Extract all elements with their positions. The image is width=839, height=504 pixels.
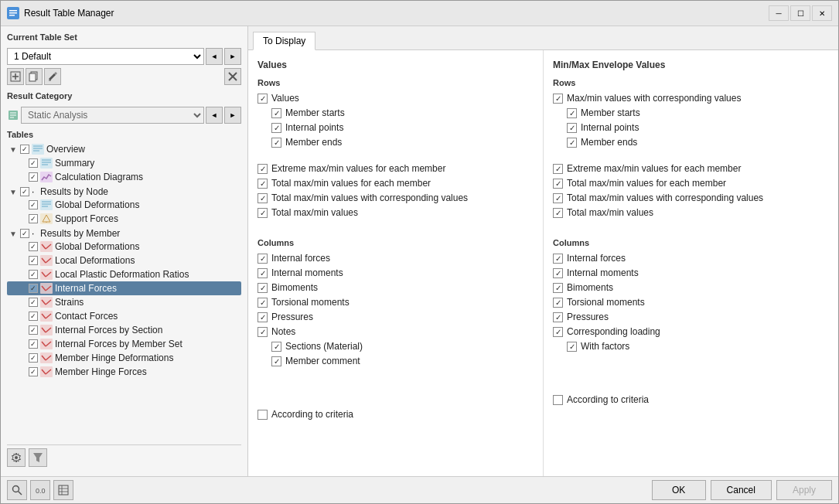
tree-item-member-hinge-def[interactable]: Member Hinge Deformations [7,351,241,365]
cb-env-with-factors[interactable] [567,342,577,352]
cb-sections-material[interactable] [271,342,281,352]
tree-item-global-def-node[interactable]: Global Deformations [7,198,241,212]
result-category-dropdown[interactable]: Static Analysis [21,107,204,124]
cb-env-total[interactable] [553,208,563,218]
category-prev-button[interactable]: ◄ [206,107,223,124]
settings-button[interactable] [7,448,26,467]
spacer1: · [32,186,38,197]
cb-torsional-moments[interactable] [257,298,268,308]
row-according-criteria-envelope: According to criteria [553,393,829,406]
apply-button[interactable]: Apply [776,480,832,500]
tree-item-contact-forces[interactable]: Contact Forces [7,309,241,323]
close-button[interactable]: ✕ [812,5,832,21]
cb-env-internal-points[interactable] [567,123,577,133]
cb-according-criteria-envelope[interactable] [553,395,563,405]
row-env-extreme: Extreme max/min values for each member [553,162,829,175]
cb-internal-forces-col[interactable] [257,254,268,264]
cb-total-max-min-corresponding[interactable] [257,193,268,203]
cb-total-max-min[interactable] [257,208,268,218]
tree-item-results-by-node[interactable]: ▼ · Results by Node [7,186,241,198]
cb-env-pressures[interactable] [553,312,563,322]
cb-results-by-node[interactable] [20,187,29,196]
cb-if-section[interactable] [29,325,38,335]
delete-table-set-button[interactable] [224,68,241,85]
label-overview: Overview [46,144,85,155]
maximize-button[interactable]: ☐ [790,5,810,21]
table-set-next-button[interactable]: ► [224,48,241,65]
minimize-button[interactable]: ─ [769,5,789,21]
label-calc-diagrams: Calculation Diagrams [55,172,143,182]
cb-total-max-min-each[interactable] [257,179,268,189]
cb-internal-points[interactable] [271,123,281,133]
tree-item-local-plastic[interactable]: Local Plastic Deformation Ratios [7,267,241,281]
tree-item-support-forces[interactable]: Support Forces [7,212,241,226]
cb-local-plastic[interactable] [29,270,38,279]
cb-global-def-member[interactable] [29,242,38,251]
copy-table-set-button[interactable] [26,68,43,85]
cb-summary[interactable] [29,158,38,168]
svg-point-61 [15,456,18,459]
cb-notes[interactable] [257,327,268,337]
tree-item-calc-diagrams[interactable]: Calculation Diagrams [7,170,241,184]
cb-according-criteria-values[interactable] [257,410,268,420]
cb-member-comment[interactable] [271,356,281,366]
cb-env-bimoments[interactable] [553,283,563,293]
cb-env-torsional[interactable] [553,298,563,308]
cb-env-internal-moments[interactable] [553,268,563,278]
values-panel-title: Values [257,60,534,70]
tree-item-global-def-member[interactable]: Global Deformations [7,240,241,254]
cb-support-forces[interactable] [29,214,38,223]
search-button[interactable] [7,480,27,500]
tree-item-if-section[interactable]: Internal Forces by Section [7,323,241,337]
cb-values[interactable] [257,94,268,104]
cb-overview[interactable] [20,145,29,154]
cb-env-total-each[interactable] [553,179,563,189]
category-next-button[interactable]: ► [224,107,241,124]
envelope-panel-title: Min/Max Envelope Values [553,60,829,70]
cb-env-internal-forces[interactable] [553,254,563,264]
cb-global-def-node[interactable] [29,200,38,209]
cb-env-corresponding-loading[interactable] [553,327,563,337]
cb-env-total-corresponding[interactable] [553,193,563,203]
label-member-hinge-forces: Member Hinge Forces [55,366,147,377]
cb-member-hinge-forces[interactable] [29,367,38,376]
cb-pressures[interactable] [257,312,268,322]
cb-extreme-max-min[interactable] [257,164,268,174]
edit-table-set-button[interactable] [44,68,61,85]
cb-bimoments[interactable] [257,283,268,293]
table-set-dropdown[interactable]: 1 Default [7,48,204,65]
cancel-button[interactable]: Cancel [711,480,772,500]
cb-internal-moments[interactable] [257,268,268,278]
cb-member-hinge-def[interactable] [29,353,38,363]
tree-item-results-by-member[interactable]: ▼ · Results by Member [7,227,241,240]
cb-member-ends[interactable] [271,138,281,148]
cb-env-member-starts[interactable] [567,108,577,118]
tree-item-summary[interactable]: Summary [7,156,241,170]
tree-item-overview[interactable]: ▼ Overview [7,142,241,156]
number-view-button[interactable]: 0.0 [30,480,50,500]
cb-calc-diagrams[interactable] [29,172,38,182]
tree-item-if-member-set[interactable]: Internal Forces by Member Set [7,337,241,351]
cb-internal-forces[interactable] [29,284,38,293]
cb-results-by-member[interactable] [20,229,29,238]
tab-to-display[interactable]: To Display [253,32,315,50]
cb-strains[interactable] [29,298,38,307]
table-set-prev-button[interactable]: ◄ [206,48,223,65]
new-table-set-button[interactable] [7,68,24,85]
filter-button[interactable] [29,448,47,467]
cb-env-extreme[interactable] [553,164,563,174]
cb-if-member-set[interactable] [29,339,38,349]
label-results-by-member: Results by Member [40,228,120,239]
cb-max-min-corresponding[interactable] [553,94,563,104]
cb-local-def[interactable] [29,256,38,265]
icon-global-def-member [40,240,53,253]
tree-item-member-hinge-forces[interactable]: Member Hinge Forces [7,365,241,379]
tree-item-local-def[interactable]: Local Deformations [7,254,241,267]
tree-item-strains[interactable]: Strains [7,295,241,309]
table-view-button[interactable] [53,480,73,500]
cb-env-member-ends[interactable] [567,138,577,148]
cb-contact-forces[interactable] [29,312,38,321]
ok-button[interactable]: OK [652,480,706,500]
cb-member-starts[interactable] [271,108,281,118]
tree-item-internal-forces[interactable]: Internal Forces [7,281,241,295]
